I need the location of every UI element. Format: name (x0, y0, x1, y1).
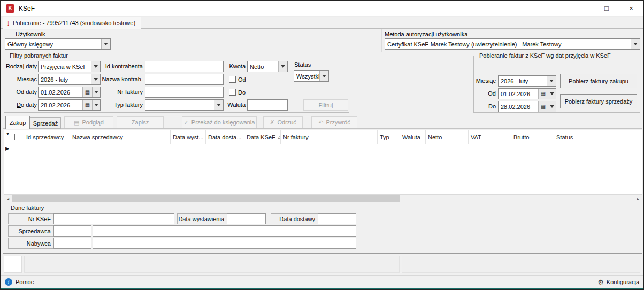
kwota-od-checkbox[interactable] (229, 76, 236, 83)
chevron-down-icon[interactable] (91, 74, 100, 84)
chevron-down-icon[interactable] (92, 87, 100, 97)
column-header-netto[interactable]: Netto (426, 130, 469, 144)
przywroc-button[interactable]: ↶ Przywróć (311, 116, 357, 128)
download-od-datepicker[interactable]: 01.02.2026 ▦ (498, 88, 556, 99)
tab-zakup[interactable]: Zakup (5, 116, 30, 129)
title-bar: K KSeF – □ × (1, 1, 643, 17)
id-kontrahenta-input[interactable] (145, 61, 224, 72)
column-header-waluta[interactable]: Waluta (400, 130, 426, 144)
restore-icon: ↶ (318, 119, 323, 126)
konfiguracja-link[interactable]: ⚙ Konfiguracja (597, 279, 639, 286)
maximize-button[interactable]: □ (594, 1, 619, 16)
tab-pobieranie[interactable]: ↓ Pobieranie - 7995211743 (środowisko te… (3, 17, 141, 29)
do-daty-datepicker[interactable]: 28.02.2026 ▦ (38, 99, 101, 111)
calendar-icon[interactable]: ▦ (538, 89, 548, 99)
column-header-vat[interactable]: VAT (469, 130, 511, 144)
data-wystawienia-input[interactable] (227, 213, 266, 224)
download-od-label: Od (473, 88, 496, 99)
column-header-nr-faktury[interactable]: Nr faktury (281, 130, 378, 144)
download-miesiac-combobox[interactable]: 2026 - luty (498, 75, 556, 87)
column-header-data-ksef[interactable]: Data KSeF△ (244, 130, 281, 144)
column-header-nazwa-sprzedawcy[interactable]: Nazwa sprzedawcy (70, 130, 171, 144)
check-icon: ✓ (184, 119, 189, 126)
chevron-down-icon[interactable] (92, 100, 100, 110)
column-header-typ[interactable]: Typ (378, 130, 400, 144)
bottom-note-box (4, 256, 22, 273)
podglad-button[interactable]: ▤ Podgląd (64, 116, 113, 128)
data-dostawy-label: Data dostawy (271, 213, 318, 224)
minimize-button[interactable]: – (570, 1, 594, 16)
przekaz-label: Przekaż do księgowania (191, 119, 255, 126)
column-header-status[interactable]: Status (554, 130, 634, 144)
column-header-label: Id sprzedawcy (26, 134, 64, 140)
nazwa-kontrah-input[interactable] (145, 74, 224, 85)
scroll-left-icon[interactable]: ◄ (4, 195, 12, 203)
horizontal-scrollbar[interactable]: ◄ ► (4, 194, 642, 203)
data-wystawienia-label: Data wystawienia (177, 213, 227, 224)
od-daty-datepicker[interactable]: 01.02.2026 ▦ (38, 87, 101, 98)
nr-ksef-input[interactable] (53, 213, 174, 224)
kwota-do-checkbox[interactable] (229, 89, 236, 96)
select-all-cell[interactable] (12, 130, 24, 144)
miesiac-combobox[interactable]: 2026 - luty (38, 74, 101, 85)
sprzedawca-code-input[interactable] (53, 225, 91, 237)
filtruj-button[interactable]: Filtruj (303, 99, 348, 111)
header-dropdown-icon: ▼ (6, 132, 10, 136)
download-miesiac-label: Miesiąc (473, 75, 496, 86)
bottom-panel-right (402, 256, 640, 273)
close-button[interactable]: × (619, 1, 643, 16)
scrollbar-thumb[interactable] (12, 195, 400, 202)
column-header-label: Netto (428, 134, 442, 140)
rodzaj-daty-combobox[interactable]: Przyjęcia w KSeF (38, 61, 101, 72)
chevron-down-icon[interactable] (548, 89, 556, 99)
calendar-icon[interactable]: ▦ (538, 101, 548, 112)
chevron-down-icon[interactable] (91, 61, 100, 72)
nr-faktury-input[interactable] (145, 87, 224, 98)
pobierz-zakupu-button[interactable]: Pobierz faktury zakupu (560, 74, 637, 88)
gear-icon: ⚙ (597, 279, 604, 286)
sprzedawca-name-input[interactable] (93, 225, 356, 237)
typ-faktury-combobox[interactable] (145, 99, 224, 111)
przekaz-button[interactable]: ✓ Przekaż do księgowania (182, 116, 257, 128)
chevron-down-icon[interactable] (278, 61, 287, 72)
status-combobox[interactable]: Wszystkie (294, 70, 329, 82)
data-dostawy-input[interactable] (318, 213, 356, 224)
pomoc-link[interactable]: Pomoc (16, 279, 34, 285)
column-header-data-dosta-[interactable]: Data dosta... (206, 130, 244, 144)
column-header-brutto[interactable]: Brutto (511, 130, 554, 144)
header-dropdown-cell[interactable]: ▼ (4, 130, 12, 144)
tab-sprzedaz[interactable]: Sprzedaż (30, 117, 61, 129)
auth-combobox[interactable]: Certyfikat KSeF-Marek Testowy (uwierzyte… (385, 38, 640, 50)
download-do-value: 28.02.2026 (499, 104, 538, 110)
kwota-combobox[interactable]: Netto (247, 61, 288, 72)
zapisz-button[interactable]: Zapisz (117, 116, 164, 128)
grid-header: ▼ Id sprzedawcyNazwa sprzedawcyData wyst… (4, 130, 642, 145)
miesiac-label: Miesiąc (5, 74, 37, 84)
rodzaj-daty-label: Rodzaj daty (5, 61, 37, 72)
preview-icon: ▤ (74, 119, 79, 126)
download-do-datepicker[interactable]: 28.02.2026 ▦ (498, 101, 556, 112)
grid-body[interactable]: ▶ (4, 144, 642, 194)
pobierz-sprzedazy-button[interactable]: Pobierz faktury sprzedaży (560, 94, 637, 108)
waluta-input[interactable] (247, 99, 288, 111)
column-header-data-wyst-[interactable]: Data wyst... (171, 130, 206, 144)
od-daty-value: 01.02.2026 (39, 89, 82, 96)
chevron-down-icon[interactable] (214, 100, 223, 110)
chevron-down-icon[interactable] (548, 101, 556, 112)
chevron-down-icon[interactable] (101, 39, 110, 49)
details-title: Dane faktury (9, 204, 46, 211)
chevron-down-icon[interactable] (547, 76, 556, 86)
select-all-checkbox[interactable] (14, 134, 21, 140)
kwota-value: Netto (248, 64, 278, 70)
odrzuc-button[interactable]: ✗ Odrzuć (263, 116, 303, 128)
calendar-icon[interactable]: ▦ (82, 87, 92, 97)
nabywca-code-input[interactable] (53, 238, 91, 249)
scroll-right-icon[interactable]: ► (634, 195, 642, 203)
nabywca-name-input[interactable] (93, 238, 356, 249)
chevron-down-icon[interactable] (631, 39, 640, 49)
column-header-label: VAT (471, 134, 481, 140)
calendar-icon[interactable]: ▦ (82, 100, 92, 110)
user-combobox[interactable]: Główny księgowy (5, 38, 111, 50)
column-header-id-sprzedawcy[interactable]: Id sprzedawcy (24, 130, 70, 144)
chevron-down-icon[interactable] (319, 71, 328, 81)
